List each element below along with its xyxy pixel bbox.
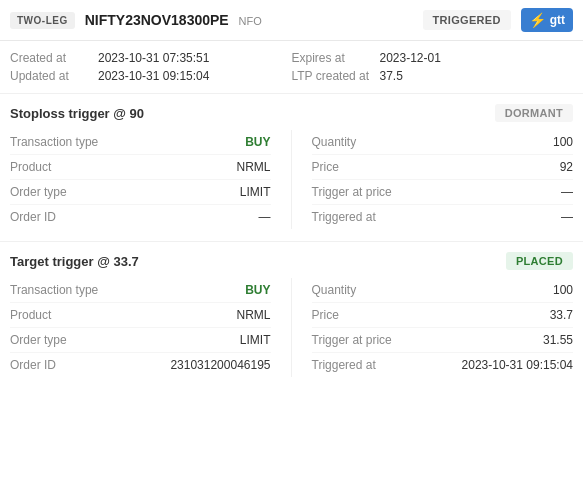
ltp-row: LTP created at 37.5 bbox=[292, 69, 574, 83]
header-right: TRIGGERED ⚡ gtt bbox=[423, 8, 573, 32]
stoploss-price-row: Price 92 bbox=[312, 155, 574, 180]
stoploss-price-label: Price bbox=[312, 160, 339, 174]
segment-label: NFO bbox=[239, 15, 262, 27]
target-fields: Transaction type BUY Product NRML Order … bbox=[10, 278, 573, 385]
stoploss-title: Stoploss trigger @ 90 bbox=[10, 106, 144, 121]
stoploss-section: Stoploss trigger @ 90 DORMANT Transactio… bbox=[0, 93, 583, 237]
stoploss-trigger-price-row: Trigger at price — bbox=[312, 180, 574, 205]
target-trigger-price-value: 31.55 bbox=[543, 333, 573, 347]
target-transaction-type-label: Transaction type bbox=[10, 283, 98, 297]
target-triggered-at-value: 2023-10-31 09:15:04 bbox=[462, 358, 573, 372]
ltp-label: LTP created at bbox=[292, 69, 372, 83]
stoploss-order-id-value: — bbox=[259, 210, 271, 224]
updated-at-value: 2023-10-31 09:15:04 bbox=[98, 69, 209, 83]
gtt-icon: ⚡ bbox=[529, 12, 546, 28]
target-left-col: Transaction type BUY Product NRML Order … bbox=[10, 278, 292, 377]
target-section: Target trigger @ 33.7 PLACED Transaction… bbox=[0, 241, 583, 385]
target-price-label: Price bbox=[312, 308, 339, 322]
ltp-value: 37.5 bbox=[380, 69, 403, 83]
target-quantity-row: Quantity 100 bbox=[312, 278, 574, 303]
stoploss-transaction-type-value: BUY bbox=[245, 135, 270, 149]
stoploss-status-badge: DORMANT bbox=[495, 104, 573, 122]
target-order-type-row: Order type LIMIT bbox=[10, 328, 271, 353]
stoploss-right-col: Quantity 100 Price 92 Trigger at price —… bbox=[292, 130, 574, 229]
target-product-value: NRML bbox=[236, 308, 270, 322]
target-order-id-label: Order ID bbox=[10, 358, 56, 372]
target-triggered-at-label: Triggered at bbox=[312, 358, 376, 372]
target-title: Target trigger @ 33.7 bbox=[10, 254, 139, 269]
stoploss-left-col: Transaction type BUY Product NRML Order … bbox=[10, 130, 292, 229]
target-quantity-value: 100 bbox=[553, 283, 573, 297]
target-price-row: Price 33.7 bbox=[312, 303, 574, 328]
stoploss-order-id-label: Order ID bbox=[10, 210, 56, 224]
stoploss-transaction-type-label: Transaction type bbox=[10, 135, 98, 149]
stoploss-quantity-label: Quantity bbox=[312, 135, 357, 149]
stoploss-trigger-price-value: — bbox=[561, 185, 573, 199]
stoploss-quantity-row: Quantity 100 bbox=[312, 130, 574, 155]
stoploss-product-row: Product NRML bbox=[10, 155, 271, 180]
target-order-id-row: Order ID 231031200046195 bbox=[10, 353, 271, 377]
stoploss-order-type-label: Order type bbox=[10, 185, 67, 199]
stoploss-triggered-at-label: Triggered at bbox=[312, 210, 376, 224]
stoploss-product-label: Product bbox=[10, 160, 51, 174]
stoploss-order-id-row: Order ID — bbox=[10, 205, 271, 229]
created-at-row: Created at 2023-10-31 07:35:51 bbox=[10, 51, 292, 65]
stoploss-price-value: 92 bbox=[560, 160, 573, 174]
target-transaction-type-row: Transaction type BUY bbox=[10, 278, 271, 303]
stoploss-trigger-price-label: Trigger at price bbox=[312, 185, 392, 199]
target-trigger-price-label: Trigger at price bbox=[312, 333, 392, 347]
expires-at-row: Expires at 2023-12-01 bbox=[292, 51, 574, 65]
target-order-type-value: LIMIT bbox=[240, 333, 271, 347]
target-order-type-label: Order type bbox=[10, 333, 67, 347]
target-product-row: Product NRML bbox=[10, 303, 271, 328]
stoploss-order-type-value: LIMIT bbox=[240, 185, 271, 199]
stoploss-header: Stoploss trigger @ 90 DORMANT bbox=[10, 94, 573, 130]
target-price-value: 33.7 bbox=[550, 308, 573, 322]
two-leg-badge: TWO-LEG bbox=[10, 12, 75, 29]
target-right-col: Quantity 100 Price 33.7 Trigger at price… bbox=[292, 278, 574, 377]
created-at-label: Created at bbox=[10, 51, 90, 65]
target-header: Target trigger @ 33.7 PLACED bbox=[10, 242, 573, 278]
created-at-value: 2023-10-31 07:35:51 bbox=[98, 51, 209, 65]
target-quantity-label: Quantity bbox=[312, 283, 357, 297]
stoploss-triggered-at-value: — bbox=[561, 210, 573, 224]
gtt-logo: ⚡ gtt bbox=[521, 8, 573, 32]
expires-at-label: Expires at bbox=[292, 51, 372, 65]
triggered-badge: TRIGGERED bbox=[423, 10, 511, 30]
target-status-badge: PLACED bbox=[506, 252, 573, 270]
gtt-logo-text: gtt bbox=[550, 13, 565, 27]
stoploss-product-value: NRML bbox=[236, 160, 270, 174]
updated-at-row: Updated at 2023-10-31 09:15:04 bbox=[10, 69, 292, 83]
stoploss-fields: Transaction type BUY Product NRML Order … bbox=[10, 130, 573, 237]
expires-at-value: 2023-12-01 bbox=[380, 51, 441, 65]
target-triggered-at-row: Triggered at 2023-10-31 09:15:04 bbox=[312, 353, 574, 377]
target-product-label: Product bbox=[10, 308, 51, 322]
updated-at-label: Updated at bbox=[10, 69, 90, 83]
stoploss-quantity-value: 100 bbox=[553, 135, 573, 149]
stoploss-triggered-at-row: Triggered at — bbox=[312, 205, 574, 229]
page-header: TWO-LEG NIFTY23NOV18300PE NFO TRIGGERED … bbox=[0, 0, 583, 41]
target-order-id-value: 231031200046195 bbox=[170, 358, 270, 372]
stoploss-order-type-row: Order type LIMIT bbox=[10, 180, 271, 205]
stoploss-transaction-type-row: Transaction type BUY bbox=[10, 130, 271, 155]
target-transaction-type-value: BUY bbox=[245, 283, 270, 297]
target-trigger-price-row: Trigger at price 31.55 bbox=[312, 328, 574, 353]
meta-section: Created at 2023-10-31 07:35:51 Expires a… bbox=[0, 41, 583, 89]
instrument-name: NIFTY23NOV18300PE NFO bbox=[85, 12, 262, 28]
